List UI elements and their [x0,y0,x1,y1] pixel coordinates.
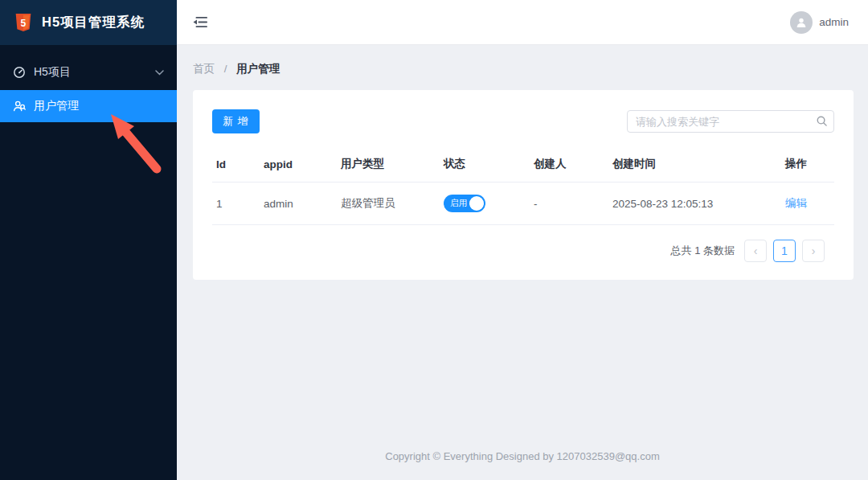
main-area: admin 首页 / 用户管理 新 增 [177,0,868,480]
html5-logo-icon: 5 [13,11,34,34]
avatar [790,11,813,34]
sidebar-item-label: H5项目 [34,65,155,80]
status-toggle[interactable]: 启用 [444,195,485,212]
html5-logo-number: 5 [21,18,27,29]
app-title: H5项目管理系统 [42,14,145,31]
breadcrumb-current: 用户管理 [236,63,280,75]
sidebar-item-h5-project[interactable]: H5项目 [0,56,177,88]
pagination-page-1-button[interactable]: 1 [773,240,796,262]
menu-fold-icon[interactable] [193,16,208,28]
chevron-down-icon [155,70,164,76]
sidebar: 5 H5项目管理系统 H5项目 [0,0,177,480]
content: 首页 / 用户管理 新 增 [177,45,868,480]
cell-id: 1 [212,183,257,225]
search-input[interactable] [627,110,834,133]
chevron-right-icon: › [812,244,816,257]
column-header-created-at: 创建时间 [606,146,767,183]
breadcrumb: 首页 / 用户管理 [177,45,868,90]
chevron-left-icon: ‹ [754,244,758,257]
column-header-status: 状态 [437,146,527,183]
logo-area: 5 H5项目管理系统 [0,0,177,45]
pagination-next-button[interactable]: › [802,240,825,262]
column-header-action: 操作 [767,146,834,183]
cell-action: 编辑 [767,183,834,225]
breadcrumb-separator: / [224,63,227,75]
column-header-id: Id [212,146,257,183]
cell-creator: - [527,183,606,225]
cell-created-at: 2025-08-23 12:05:13 [606,183,767,225]
sidebar-item-user-management[interactable]: 用户管理 [0,90,177,122]
pagination-prev-button[interactable]: ‹ [744,240,767,262]
user-table: Id appid 用户类型 状态 创建人 创建时间 操作 1 admin [212,146,834,225]
column-header-appid: appid [257,146,334,183]
toggle-knob-icon [469,196,484,211]
search-icon[interactable] [816,115,828,129]
pagination: 总共 1 条数据 ‹ 1 › [212,240,834,262]
table-row: 1 admin 超级管理员 启用 - 2025-08-23 12:05:13 [212,183,834,225]
cell-user-type: 超级管理员 [334,183,437,225]
username: admin [819,16,849,28]
dashboard-icon [13,66,26,79]
add-button[interactable]: 新 增 [212,109,260,133]
topbar: admin [177,0,868,45]
app-root: 5 H5项目管理系统 H5项目 [0,0,868,480]
sidebar-menu: H5项目 用户管理 [0,45,177,122]
column-header-user-type: 用户类型 [334,146,437,183]
search-box [627,110,834,133]
cell-appid: admin [257,183,334,225]
breadcrumb-home[interactable]: 首页 [193,63,215,75]
table-header-row: Id appid 用户类型 状态 创建人 创建时间 操作 [212,146,834,183]
table-toolbar: 新 增 [212,109,834,133]
status-toggle-label: 启用 [450,198,467,209]
cell-status: 启用 [437,183,527,225]
user-menu[interactable]: admin [790,11,849,34]
sidebar-item-label: 用户管理 [34,99,164,113]
user-table-card: 新 增 Id [193,90,854,280]
pagination-total: 总共 1 条数据 [671,244,735,258]
footer-copyright: Copyright © Everything Designed by 12070… [177,450,868,480]
column-header-creator: 创建人 [527,146,606,183]
edit-link[interactable]: 编辑 [785,197,807,209]
user-icon [13,100,26,113]
